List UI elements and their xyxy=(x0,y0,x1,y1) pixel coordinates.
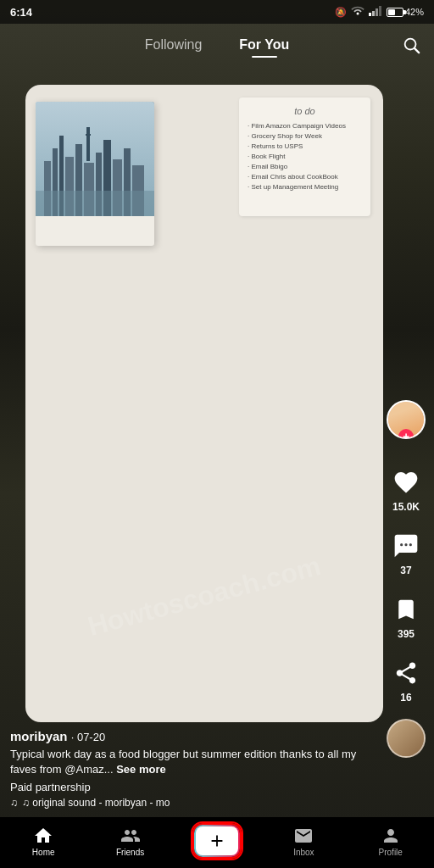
svg-line-20 xyxy=(415,48,419,53)
friends-label: Friends xyxy=(116,848,144,857)
create-button-wrapper[interactable] xyxy=(194,825,240,857)
todo-items: · Film Amazon Campaign Videos· Grocery S… xyxy=(248,121,362,192)
inbox-icon xyxy=(293,826,314,846)
nav-home[interactable]: Home xyxy=(18,826,69,857)
svg-point-23 xyxy=(409,543,412,546)
svg-rect-2 xyxy=(376,8,378,16)
nav-friends[interactable]: Friends xyxy=(105,826,156,857)
nav-profile[interactable]: Profile xyxy=(365,826,416,857)
like-count: 15.0K xyxy=(392,501,420,513)
bookmark-icon xyxy=(390,593,422,626)
create-button[interactable] xyxy=(196,826,238,855)
svg-rect-16 xyxy=(86,127,90,161)
inbox-label: Inbox xyxy=(293,848,314,857)
comment-icon xyxy=(390,530,422,562)
battery: 42% xyxy=(387,7,424,17)
svg-point-21 xyxy=(400,543,403,546)
nav-inbox[interactable]: Inbox xyxy=(278,826,329,857)
comment-button[interactable]: 37 xyxy=(390,530,422,576)
todo-item: · Book Flight xyxy=(248,152,362,162)
todo-item: · Returns to USPS xyxy=(248,142,362,152)
share-icon xyxy=(390,657,422,689)
todo-item: · Film Amazon Campaign Videos xyxy=(248,121,362,131)
sound-avatar[interactable] xyxy=(387,719,426,758)
todo-title: to do xyxy=(248,106,362,116)
creator-avatar[interactable] xyxy=(387,400,426,439)
profile-label: Profile xyxy=(379,848,403,857)
share-count: 16 xyxy=(400,692,411,704)
tab-for-you[interactable]: For You xyxy=(220,29,308,61)
description: Typical work day as a food blogger but s… xyxy=(10,747,383,777)
music-icon: ♫ xyxy=(10,797,18,809)
profile-icon xyxy=(381,826,401,846)
like-button[interactable]: 15.0K xyxy=(390,466,422,513)
svg-rect-3 xyxy=(379,6,381,16)
status-icons: 🔕 42% xyxy=(335,6,424,19)
todo-item: · Email Chris about CookBook xyxy=(248,172,362,182)
todo-item: · Set up Management Meeting xyxy=(248,182,362,192)
comment-count: 37 xyxy=(400,565,411,576)
status-time: 6:14 xyxy=(10,6,32,19)
right-actions: 15.0K 37 395 16 xyxy=(387,400,426,758)
sound-info: ♫ ♫ original sound - moribyan - mo xyxy=(10,797,383,809)
signal-icon xyxy=(369,6,382,18)
search-button[interactable] xyxy=(402,24,420,66)
friends-icon xyxy=(120,826,141,846)
watermark: Howtoscoach.com xyxy=(27,535,381,658)
nav-create[interactable] xyxy=(192,825,242,857)
svg-point-22 xyxy=(404,543,407,546)
status-bar: 6:14 🔕 42% xyxy=(0,0,434,24)
home-label: Home xyxy=(32,848,55,857)
heart-icon xyxy=(390,466,422,498)
nav-tabs: Following For You xyxy=(0,24,434,66)
svg-rect-18 xyxy=(36,191,154,216)
video-background: to do · Film Amazon Campaign Videos· Gro… xyxy=(0,0,434,824)
svg-rect-0 xyxy=(369,13,371,16)
todo-note: to do · Film Amazon Campaign Videos· Gro… xyxy=(239,97,370,216)
polaroid-photo xyxy=(36,102,154,246)
bookmark-count: 395 xyxy=(398,628,415,640)
svg-rect-1 xyxy=(372,11,375,16)
mute-icon: 🔕 xyxy=(335,7,347,18)
svg-rect-17 xyxy=(86,134,91,136)
paid-partnership: Paid partnership xyxy=(10,781,383,793)
tab-following[interactable]: Following xyxy=(126,29,221,61)
bottom-navigation: Home Friends Inbox xyxy=(0,817,434,868)
share-button[interactable]: 16 xyxy=(390,657,422,704)
tablet-content: to do · Film Amazon Campaign Videos· Gro… xyxy=(25,85,383,722)
todo-item: · Grocery Shop for Week xyxy=(248,131,362,142)
see-more[interactable]: See more xyxy=(116,763,166,776)
video-info: moribyan · 07-20 Typical work day as a f… xyxy=(10,729,383,809)
home-icon xyxy=(33,826,53,846)
wifi-icon xyxy=(351,6,364,19)
todo-item: · Email Bbigo xyxy=(248,162,362,172)
bookmark-button[interactable]: 395 xyxy=(390,593,422,640)
username: moribyan · 07-20 xyxy=(10,729,383,743)
